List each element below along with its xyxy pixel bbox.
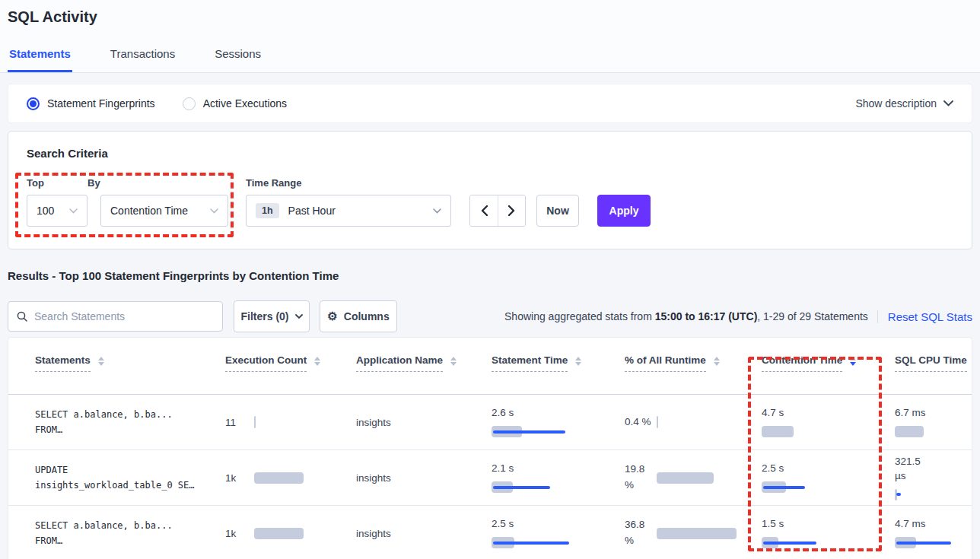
- statements-table: Statements Execution Count Application N…: [8, 337, 972, 559]
- search-statements-box: [8, 301, 223, 332]
- tab-statements[interactable]: Statements: [8, 40, 72, 72]
- sql-cpu-time-mean-line: [896, 493, 901, 496]
- time-range-select[interactable]: 1h Past Hour: [246, 195, 451, 227]
- time-range-label: Time Range: [246, 177, 451, 189]
- statement-time-cell: 2.6 s: [492, 406, 625, 438]
- column-header-statement-time[interactable]: Statement Time: [492, 354, 568, 372]
- statement-link[interactable]: UPDATEinsights_workload_table_0 SE…: [35, 462, 225, 494]
- by-label: By: [88, 177, 228, 189]
- results-heading: Results - Top 100 Statement Fingerprints…: [8, 269, 339, 282]
- contention-time-cell: 4.7 s: [762, 406, 895, 438]
- sql-cpu-time-mean-line: [896, 542, 951, 545]
- application-name-cell: insights: [356, 417, 492, 428]
- sort-icon[interactable]: [450, 357, 457, 366]
- search-criteria-panel: Search Criteria Top 100 By Contention Ti…: [8, 131, 972, 249]
- table-header-row: Statements Execution Count Application N…: [8, 338, 972, 395]
- runtime-pct-cell: 0.4 %: [625, 414, 762, 430]
- columns-button[interactable]: ⚙ Columns: [320, 300, 397, 332]
- sort-icon[interactable]: [98, 357, 104, 366]
- tab-transactions[interactable]: Transactions: [109, 40, 177, 72]
- application-name-cell: insights: [356, 472, 492, 484]
- reset-sql-stats-link[interactable]: Reset SQL Stats: [877, 310, 972, 323]
- gear-icon: ⚙: [327, 310, 337, 323]
- statement-link[interactable]: SELECT a.balance, b.ba...FROM…: [35, 518, 225, 549]
- runtime-pct-bar: [657, 472, 714, 484]
- statement-time-mean-line: [493, 486, 550, 489]
- top-label: Top: [27, 177, 88, 189]
- tab-sessions[interactable]: Sessions: [213, 40, 262, 72]
- search-icon: [17, 311, 27, 322]
- sort-icon[interactable]: [575, 357, 581, 366]
- sql-cpu-time-cell: 4.7 ms: [895, 517, 972, 549]
- show-description-toggle[interactable]: Show description: [855, 97, 953, 110]
- statement-time-cell: 2.1 s: [492, 462, 625, 494]
- sort-icon[interactable]: [314, 357, 320, 366]
- execution-count-cell: 1k: [225, 527, 356, 539]
- showing-stats-text: Showing aggregated stats from 15:00 to 1…: [504, 310, 868, 322]
- radio-statement-fingerprints[interactable]: Statement Fingerprints: [27, 97, 155, 110]
- time-range-control: Time Range 1h Past Hour: [246, 177, 451, 227]
- next-time-button[interactable]: [498, 195, 525, 226]
- runtime-pct-cell: 36.8 %: [625, 517, 762, 549]
- page-title: SQL Activity: [8, 8, 97, 26]
- chevron-down-icon: [433, 208, 441, 214]
- sql-cpu-time-cell: 6.7 ms: [895, 406, 972, 438]
- time-range-badge: 1h: [256, 203, 279, 218]
- column-header-execution-count[interactable]: Execution Count: [225, 354, 307, 372]
- by-control: By Contention Time: [88, 177, 228, 227]
- execution-count-bar: [254, 528, 304, 539]
- table-row: SELECT a.balance, b.ba...FROM… 1k insigh…: [8, 506, 972, 559]
- top-select[interactable]: 100: [27, 195, 88, 227]
- filters-button[interactable]: Filters (0): [234, 300, 310, 332]
- radio-active-executions[interactable]: Active Executions: [183, 97, 288, 110]
- contention-time-cell: 2.5 s: [762, 462, 895, 494]
- statement-time-cell: 2.5 s: [492, 517, 625, 549]
- table-row: UPDATEinsights_workload_table_0 SE… 1k i…: [8, 450, 972, 506]
- statement-time-mean-line: [493, 430, 565, 434]
- top-control: Top 100: [27, 177, 88, 227]
- search-criteria-heading: Search Criteria: [27, 147, 953, 160]
- search-statements-input[interactable]: [34, 310, 214, 322]
- previous-time-button[interactable]: [470, 195, 498, 226]
- sort-desc-icon[interactable]: [850, 357, 856, 366]
- runtime-pct-cell: 19.8 %: [625, 462, 762, 494]
- sql-cpu-time-cell: 321.5 µs: [895, 455, 972, 501]
- application-name-cell: insights: [356, 528, 492, 539]
- page-header: SQL Activity Statements Transactions Ses…: [0, 0, 980, 73]
- contention-time-bar: [762, 426, 794, 437]
- column-header-contention-time[interactable]: Contention Time: [762, 354, 842, 372]
- contention-time-mean-line: [763, 542, 816, 545]
- sql-activity-page: SQL Activity Statements Transactions Ses…: [0, 0, 980, 559]
- column-header-runtime-pct[interactable]: % of All Runtime: [625, 354, 706, 372]
- criteria-controls: Top 100 By Contention Time Time Range 1h…: [27, 177, 953, 227]
- time-nav-group: [469, 195, 526, 227]
- chevron-down-icon: [69, 208, 78, 214]
- execution-count-bar: [254, 416, 256, 428]
- by-select[interactable]: Contention Time: [100, 195, 228, 227]
- runtime-pct-bar: [657, 416, 658, 428]
- contention-time-cell: 1.5 s: [762, 517, 895, 549]
- chevron-left-icon: [481, 205, 488, 216]
- chevron-down-icon: [210, 208, 218, 214]
- apply-button[interactable]: Apply: [597, 195, 651, 227]
- execution-count-cell: 11: [225, 416, 356, 428]
- execution-count-bar: [254, 472, 304, 484]
- contention-time-mean-line: [763, 486, 805, 489]
- sort-icon[interactable]: [714, 357, 720, 366]
- now-button[interactable]: Now: [536, 195, 579, 227]
- tab-bar: Statements Transactions Sessions: [8, 40, 262, 72]
- column-header-application-name[interactable]: Application Name: [356, 354, 443, 372]
- statement-link[interactable]: SELECT a.balance, b.ba...FROM…: [35, 407, 225, 438]
- chevron-down-icon: [943, 100, 953, 106]
- column-header-statements[interactable]: Statements: [35, 354, 91, 372]
- chevron-right-icon: [508, 205, 515, 216]
- table-row: SELECT a.balance, b.ba...FROM… 11 insigh…: [8, 395, 972, 450]
- sql-cpu-time-bar: [895, 426, 924, 437]
- column-header-sql-cpu-time[interactable]: SQL CPU Time: [895, 354, 967, 372]
- results-toolbar: Filters (0) ⚙ Columns Showing aggregated…: [8, 301, 972, 332]
- radio-unselected-icon: [183, 97, 196, 110]
- execution-count-cell: 1k: [225, 472, 356, 484]
- radio-selected-icon: [27, 97, 40, 110]
- statement-time-mean-line: [493, 542, 569, 545]
- runtime-pct-bar: [657, 528, 737, 539]
